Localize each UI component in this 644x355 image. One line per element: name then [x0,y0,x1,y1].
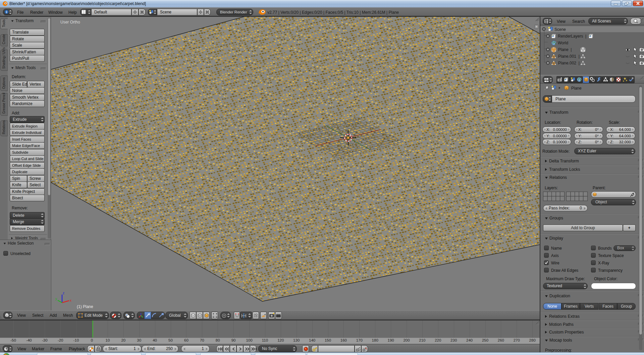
svg-text:x: x [70,299,71,302]
svg-text:i: i [6,10,7,14]
svg-text:y: y [55,297,57,301]
svg-text:z: z [63,291,64,295]
